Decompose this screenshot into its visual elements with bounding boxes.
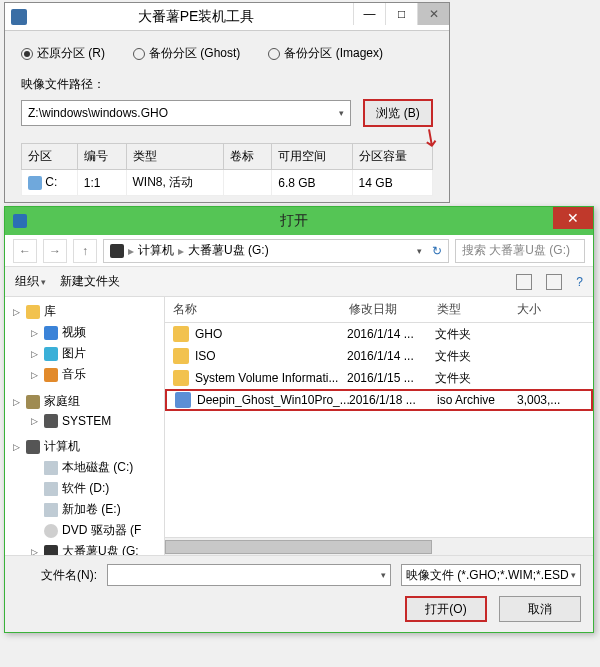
file-list: 名称 修改日期 类型 大小 GHO 2016/1/14 ... 文件夹 ISO … (165, 297, 593, 555)
col-name[interactable]: 名称 (165, 301, 341, 318)
radio-backup-ghost[interactable]: 备份分区 (Ghost) (133, 45, 240, 62)
app-icon (11, 9, 27, 25)
picture-icon (44, 347, 58, 361)
nav-up-button[interactable]: ↑ (73, 239, 97, 263)
horizontal-scrollbar[interactable] (165, 537, 593, 555)
radio-restore[interactable]: 还原分区 (R) (21, 45, 105, 62)
tree-drive-c[interactable]: 本地磁盘 (C:) (5, 457, 164, 478)
breadcrumb-location[interactable]: 大番薯U盘 (G:) (188, 242, 269, 259)
drive-icon (44, 482, 58, 496)
pe-tool-window: 大番薯PE装机工具 — □ ✕ 还原分区 (R) 备份分区 (Ghost) 备份… (4, 2, 450, 203)
open-dialog: 打开 ✕ ← → ↑ ▸ 计算机 ▸ 大番薯U盘 (G:) ▾ ↻ 搜索 大番薯… (4, 206, 594, 633)
col-date[interactable]: 修改日期 (341, 301, 429, 318)
search-placeholder: 搜索 大番薯U盘 (G:) (462, 242, 570, 259)
folder-icon (173, 348, 189, 364)
close-button[interactable]: ✕ (553, 207, 593, 229)
nav-forward-button[interactable]: → (43, 239, 67, 263)
browse-button[interactable]: 浏览 (B) (363, 99, 433, 127)
col-type[interactable]: 类型 (429, 301, 509, 318)
video-icon (44, 326, 58, 340)
radio-label: 备份分区 (Imagex) (284, 45, 383, 62)
tree-dvd-f[interactable]: DVD 驱动器 (F (5, 520, 164, 541)
pe-body: 还原分区 (R) 备份分区 (Ghost) 备份分区 (Imagex) 映像文件… (5, 31, 449, 202)
breadcrumb[interactable]: ▸ 计算机 ▸ 大番薯U盘 (G:) ▾ ↻ (103, 239, 449, 263)
search-input[interactable]: 搜索 大番薯U盘 (G:) (455, 239, 585, 263)
refresh-icon[interactable]: ↻ (432, 244, 442, 258)
open-dialog-footer: 文件名(N): ▾ 映像文件 (*.GHO;*.WIM;*.ESD ▾ 打开(O… (5, 555, 593, 632)
chevron-down-icon[interactable]: ▾ (381, 570, 386, 580)
folder-icon (173, 326, 189, 342)
tree-homegroup[interactable]: ▷家庭组 (5, 391, 164, 412)
computer-icon (26, 440, 40, 454)
homegroup-icon (26, 395, 40, 409)
table-row[interactable]: C: 1:1 WIN8, 活动 6.8 GB 14 GB (22, 170, 433, 196)
chevron-down-icon: ▾ (41, 277, 46, 287)
radio-label: 还原分区 (R) (37, 45, 105, 62)
drive-icon (44, 503, 58, 517)
tree-system[interactable]: ▷SYSTEM (5, 412, 164, 430)
music-icon (44, 368, 58, 382)
library-icon (26, 305, 40, 319)
dialog-icon (13, 214, 27, 228)
filename-label: 文件名(N): (17, 567, 97, 584)
tree-music[interactable]: ▷音乐 (5, 364, 164, 385)
chevron-down-icon: ▾ (571, 570, 576, 580)
col-volume[interactable]: 卷标 (223, 144, 272, 170)
list-item[interactable]: GHO 2016/1/14 ... 文件夹 (165, 323, 593, 345)
tree-drive-e[interactable]: 新加卷 (E:) (5, 499, 164, 520)
open-toolbar: 组织 ▾ 新建文件夹 ? (5, 267, 593, 297)
tree-pictures[interactable]: ▷图片 (5, 343, 164, 364)
filter-value: 映像文件 (*.GHO;*.WIM;*.ESD (406, 567, 569, 584)
chevron-right-icon: ▸ (128, 244, 134, 258)
breadcrumb-root[interactable]: 计算机 (138, 242, 174, 259)
tree-usb-g[interactable]: ▷大番薯U盘 (G: (5, 541, 164, 555)
usb-drive-icon (44, 545, 58, 556)
file-type-filter[interactable]: 映像文件 (*.GHO;*.WIM;*.ESD ▾ (401, 564, 581, 586)
radio-label: 备份分区 (Ghost) (149, 45, 240, 62)
chevron-right-icon: ▸ (178, 244, 184, 258)
open-dialog-title: 打开 (35, 212, 593, 230)
radio-dot-icon (268, 48, 280, 60)
filename-input[interactable]: ▾ (107, 564, 391, 586)
list-item[interactable]: ISO 2016/1/14 ... 文件夹 (165, 345, 593, 367)
list-header: 名称 修改日期 类型 大小 (165, 297, 593, 323)
close-button[interactable]: ✕ (417, 3, 449, 25)
radio-backup-imagex[interactable]: 备份分区 (Imagex) (268, 45, 383, 62)
image-path-value: Z:\windows\windows.GHO (28, 106, 168, 120)
open-button[interactable]: 打开(O) (405, 596, 487, 622)
col-number[interactable]: 编号 (77, 144, 126, 170)
mode-radio-group: 还原分区 (R) 备份分区 (Ghost) 备份分区 (Imagex) (21, 45, 433, 62)
drive-icon (44, 461, 58, 475)
cancel-button[interactable]: 取消 (499, 596, 581, 622)
nav-back-button[interactable]: ← (13, 239, 37, 263)
chevron-down-icon[interactable]: ▾ (339, 108, 344, 118)
organize-menu[interactable]: 组织 ▾ (15, 273, 46, 290)
radio-dot-icon (21, 48, 33, 60)
folder-icon (173, 370, 189, 386)
col-free[interactable]: 可用空间 (272, 144, 352, 170)
col-type[interactable]: 类型 (126, 144, 223, 170)
disk-icon (28, 176, 42, 190)
minimize-button[interactable]: — (353, 3, 385, 25)
view-options-button[interactable] (516, 274, 532, 290)
tree-video[interactable]: ▷视频 (5, 322, 164, 343)
help-button[interactable]: ? (576, 275, 583, 289)
pe-titlebar: 大番薯PE装机工具 — □ ✕ (5, 3, 449, 31)
chevron-down-icon[interactable]: ▾ (417, 246, 422, 256)
preview-pane-button[interactable] (546, 274, 562, 290)
image-path-input[interactable]: Z:\windows\windows.GHO ▾ (21, 100, 351, 126)
user-icon (44, 414, 58, 428)
partition-table: 分区 编号 类型 卷标 可用空间 分区容量 C: 1:1 WIN8, 活动 6.… (21, 143, 433, 196)
col-partition[interactable]: 分区 (22, 144, 78, 170)
tree-lib[interactable]: ▷库 (5, 301, 164, 322)
folder-tree[interactable]: ▷库 ▷视频 ▷图片 ▷音乐 ▷家庭组 ▷SYSTEM ▷计算机 本地磁盘 (C… (5, 297, 165, 555)
list-item-selected[interactable]: Deepin_Ghost_Win10Pro_... 2016/1/18 ... … (165, 389, 593, 411)
iso-file-icon (175, 392, 191, 408)
maximize-button[interactable]: □ (385, 3, 417, 25)
tree-computer[interactable]: ▷计算机 (5, 436, 164, 457)
col-size[interactable]: 大小 (509, 301, 561, 318)
new-folder-button[interactable]: 新建文件夹 (60, 273, 120, 290)
tree-drive-d[interactable]: 软件 (D:) (5, 478, 164, 499)
list-item[interactable]: System Volume Informati... 2016/1/15 ...… (165, 367, 593, 389)
list-rows: GHO 2016/1/14 ... 文件夹 ISO 2016/1/14 ... … (165, 323, 593, 537)
